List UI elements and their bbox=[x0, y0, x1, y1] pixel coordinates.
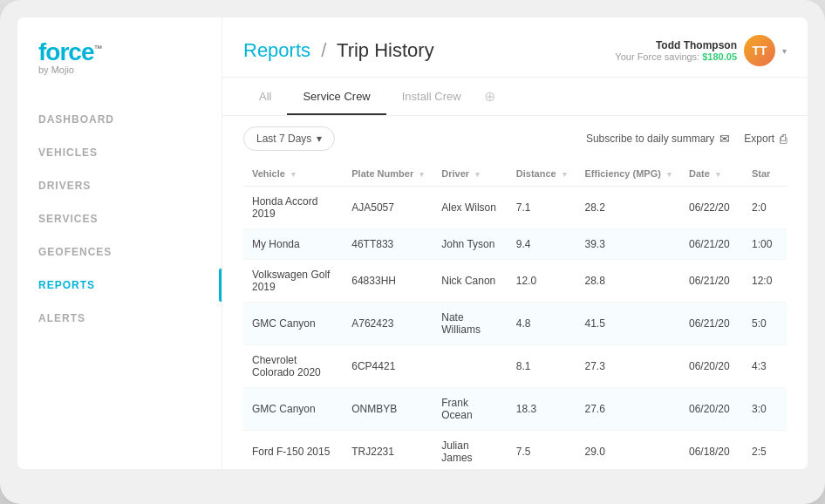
cell-vehicle: Ford F-150 2015 bbox=[243, 431, 343, 470]
table-row[interactable]: My Honda 46TT833 John Tyson 9.4 39.3 06/… bbox=[243, 229, 787, 260]
cell-plate: TRJ2231 bbox=[343, 431, 433, 470]
table-container: Vehicle ▾ Plate Number ▾ Driver ▾ bbox=[222, 161, 808, 469]
col-header-plate: Plate Number ▾ bbox=[343, 161, 433, 187]
cell-efficiency: 27.3 bbox=[576, 345, 680, 388]
cell-vehicle: GMC Canyon bbox=[243, 388, 343, 431]
toolbar-right: Subscribe to daily summary ✉ Export ⎙ bbox=[586, 132, 787, 146]
cell-driver: Alex Wilson bbox=[433, 187, 508, 229]
export-button[interactable]: Export ⎙ bbox=[744, 132, 787, 146]
cell-efficiency: 28.2 bbox=[576, 187, 680, 229]
plate-filter-icon[interactable]: ▾ bbox=[419, 170, 424, 179]
sidebar-item-services[interactable]: SERVICES bbox=[17, 202, 222, 235]
cell-vehicle: My Honda bbox=[243, 229, 343, 260]
cell-plate: 46TT833 bbox=[343, 229, 433, 260]
cell-date: 06/21/20 bbox=[680, 303, 743, 345]
cell-date: 06/20/20 bbox=[680, 388, 743, 431]
cell-start: 2:5 bbox=[743, 431, 787, 470]
filter-label: Last 7 Days bbox=[256, 133, 311, 145]
tabs-bar: All Service Crew Install Crew ⊕ bbox=[222, 78, 808, 116]
cell-driver: John Tyson bbox=[433, 229, 508, 260]
header: Reports / Trip History Todd Thompson You… bbox=[222, 17, 808, 78]
col-header-start: Star bbox=[743, 161, 787, 187]
page-title: Reports / Trip History bbox=[243, 39, 434, 62]
user-info: Todd Thompson Your Force savings: $180.0… bbox=[615, 39, 737, 62]
trips-table: Vehicle ▾ Plate Number ▾ Driver ▾ bbox=[243, 161, 787, 469]
cell-plate: 64833HH bbox=[343, 260, 433, 303]
table-body: Honda Accord 2019 AJA5057 Alex Wilson 7.… bbox=[243, 187, 787, 470]
cell-efficiency: 39.3 bbox=[576, 229, 680, 260]
col-header-distance: Distance ▾ bbox=[508, 161, 576, 187]
table-row[interactable]: GMC Canyon ONMBYB Frank Ocean 18.3 27.6 … bbox=[243, 388, 787, 431]
sidebar-item-reports[interactable]: REPORTS bbox=[17, 269, 222, 302]
sidebar-item-geofences[interactable]: GEOFENCES bbox=[17, 235, 222, 269]
cell-date: 06/22/20 bbox=[680, 187, 743, 229]
cell-distance: 7.1 bbox=[508, 187, 576, 229]
driver-filter-icon[interactable]: ▾ bbox=[475, 170, 480, 179]
table-row[interactable]: Chevrolet Colorado 2020 6CP4421 8.1 27.3… bbox=[243, 345, 787, 388]
sidebar-item-alerts[interactable]: ALERTS bbox=[17, 302, 222, 335]
col-header-efficiency: Efficiency (MPG) ▾ bbox=[576, 161, 680, 187]
cell-plate: 6CP4421 bbox=[343, 345, 433, 388]
logo-force: force™ bbox=[38, 38, 201, 66]
date-filter-button[interactable]: Last 7 Days ▾ bbox=[243, 126, 335, 151]
cell-distance: 8.1 bbox=[508, 345, 576, 388]
cell-efficiency: 27.6 bbox=[576, 388, 680, 431]
cell-driver: Frank Ocean bbox=[433, 388, 508, 431]
table-row[interactable]: GMC Canyon A762423 Nate Williams 4.8 41.… bbox=[243, 303, 787, 345]
sidebar: force™ by Mojio DASHBOARD VEHICLES DRIVE… bbox=[17, 17, 222, 469]
chevron-down-icon[interactable]: ▾ bbox=[782, 46, 787, 56]
distance-filter-icon[interactable]: ▾ bbox=[562, 170, 567, 179]
savings-amount: $180.05 bbox=[702, 51, 737, 62]
user-area: Todd Thompson Your Force savings: $180.0… bbox=[615, 35, 787, 66]
cell-vehicle: Chevrolet Colorado 2020 bbox=[243, 345, 343, 388]
tab-all[interactable]: All bbox=[243, 79, 287, 115]
user-name: Todd Thompson bbox=[615, 39, 737, 51]
export-label: Export bbox=[744, 133, 774, 145]
tab-service-crew[interactable]: Service Crew bbox=[287, 79, 385, 115]
efficiency-filter-icon[interactable]: ▾ bbox=[667, 170, 672, 179]
cell-plate: ONMBYB bbox=[343, 388, 433, 431]
export-icon: ⎙ bbox=[780, 132, 787, 146]
cell-efficiency: 28.8 bbox=[576, 260, 680, 303]
laptop-frame: force™ by Mojio DASHBOARD VEHICLES DRIVE… bbox=[0, 0, 825, 504]
sidebar-item-vehicles[interactable]: VEHICLES bbox=[17, 136, 222, 169]
logo-force-text: force™ bbox=[38, 38, 101, 65]
col-header-driver: Driver ▾ bbox=[433, 161, 508, 187]
cell-date: 06/21/20 bbox=[680, 229, 743, 260]
table-header-row: Vehicle ▾ Plate Number ▾ Driver ▾ bbox=[243, 161, 787, 187]
sidebar-item-dashboard[interactable]: DASHBOARD bbox=[17, 103, 222, 136]
savings-label: Your Force savings: bbox=[615, 51, 699, 62]
table-row[interactable]: Honda Accord 2019 AJA5057 Alex Wilson 7.… bbox=[243, 187, 787, 229]
subscribe-button[interactable]: Subscribe to daily summary ✉ bbox=[586, 132, 730, 146]
cell-start: 1:00 bbox=[743, 229, 787, 260]
vehicle-filter-icon[interactable]: ▾ bbox=[291, 170, 296, 179]
cell-driver: Nate Williams bbox=[433, 303, 508, 345]
table-row[interactable]: Volkswagen Golf 2019 64833HH Nick Canon … bbox=[243, 260, 787, 303]
cell-distance: 12.0 bbox=[508, 260, 576, 303]
cell-efficiency: 41.5 bbox=[576, 303, 680, 345]
filter-chevron-icon: ▾ bbox=[317, 133, 322, 145]
table-row[interactable]: Ford F-150 2015 TRJ2231 Julian James 7.5… bbox=[243, 431, 787, 470]
cell-driver bbox=[433, 345, 508, 388]
cell-distance: 7.5 bbox=[508, 431, 576, 470]
cell-driver: Julian James bbox=[433, 431, 508, 470]
date-filter-icon[interactable]: ▾ bbox=[716, 170, 720, 179]
cell-start: 4:3 bbox=[743, 345, 787, 388]
tab-add-button[interactable]: ⊕ bbox=[477, 78, 502, 115]
avatar[interactable]: TT bbox=[744, 35, 775, 66]
cell-plate: AJA5057 bbox=[343, 187, 433, 229]
breadcrumb-separator: / bbox=[321, 39, 326, 61]
user-savings: Your Force savings: $180.05 bbox=[615, 51, 737, 62]
screen: force™ by Mojio DASHBOARD VEHICLES DRIVE… bbox=[17, 17, 808, 469]
cell-date: 06/18/20 bbox=[680, 431, 743, 470]
cell-date: 06/20/20 bbox=[680, 345, 743, 388]
cell-distance: 4.8 bbox=[508, 303, 576, 345]
breadcrumb-link[interactable]: Reports bbox=[243, 39, 310, 61]
cell-start: 12:0 bbox=[743, 260, 787, 303]
tab-install-crew[interactable]: Install Crew bbox=[386, 79, 477, 115]
cell-start: 3:0 bbox=[743, 388, 787, 431]
cell-vehicle: Volkswagen Golf 2019 bbox=[243, 260, 343, 303]
cell-plate: A762423 bbox=[343, 303, 433, 345]
sidebar-item-drivers[interactable]: DRIVERS bbox=[17, 169, 222, 202]
cell-efficiency: 29.0 bbox=[576, 431, 680, 470]
